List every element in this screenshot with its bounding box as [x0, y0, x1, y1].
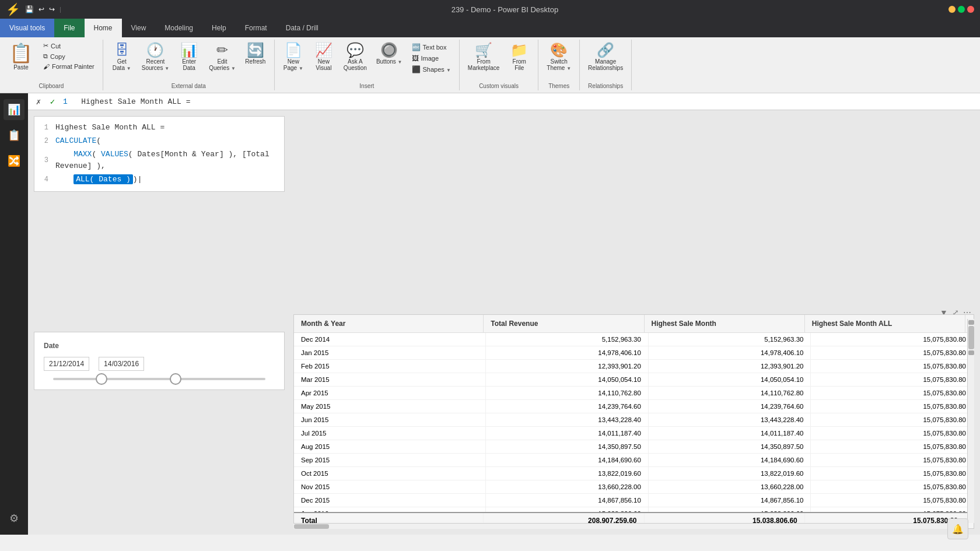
- dax-line-1: 1 Highest Sale Month ALL =: [34, 121, 284, 135]
- col-header-highest-sale-month-all: Highest Sale Month ALL: [805, 315, 965, 332]
- format-painter-icon: 🖌: [43, 63, 50, 70]
- tab-modeling[interactable]: Modeling: [155, 19, 202, 37]
- close-btn[interactable]: [967, 6, 974, 13]
- report-view-icon[interactable]: 📊: [4, 99, 24, 120]
- dax-line-3: 3 MAXX( VALUES( Dates[Month & Year] ), […: [34, 148, 284, 174]
- recent-sources-button[interactable]: 🕐 RecentSources ▼: [138, 41, 173, 73]
- data-view-icon[interactable]: 📋: [4, 125, 24, 146]
- from-marketplace-button[interactable]: 🛒 FromMarketplace: [464, 41, 503, 73]
- table-row: Jan 201615,038,806.6015,038,806.6015,075…: [294, 507, 974, 512]
- dax-line-4: 4 ALL( Dates ))|: [34, 173, 284, 187]
- date-from-input[interactable]: 21/12/2014: [44, 357, 89, 371]
- new-visual-button[interactable]: 📈 NewVisual: [310, 41, 338, 73]
- buttons-button[interactable]: 🔘 Buttons ▼: [373, 41, 406, 67]
- formula-confirm-btn[interactable]: ✓: [47, 96, 58, 107]
- slider-handle-left[interactable]: [96, 373, 107, 385]
- dax-line-2: 2 CALCULATE(: [34, 135, 284, 148]
- refresh-icon: 🔄: [247, 43, 264, 57]
- format-painter-button[interactable]: 🖌 Format Painter: [40, 62, 98, 71]
- image-button[interactable]: 🖼 Image: [408, 53, 454, 64]
- tab-format[interactable]: Format: [236, 19, 276, 37]
- relationships-content: 🔗 ManageRelationships: [584, 40, 626, 82]
- tab-home[interactable]: Home: [85, 19, 122, 37]
- tab-view[interactable]: View: [122, 19, 156, 37]
- table-cell: Apr 2015: [294, 387, 486, 399]
- table-row: Feb 201512,393,901.2012,393,901.2015,075…: [294, 360, 974, 373]
- table-cell: 15,038,806.60: [649, 507, 811, 512]
- edit-queries-button[interactable]: ✏ EditQueries ▼: [205, 41, 239, 73]
- themes-label: Themes: [543, 82, 575, 90]
- ask-question-button[interactable]: 💬 Ask AQuestion: [340, 41, 370, 73]
- powerbi-logo-icon: ⚡: [6, 2, 20, 16]
- date-slider-track: [53, 378, 265, 380]
- table-cell: 15,075,830.80: [811, 373, 974, 386]
- formula-cancel-btn[interactable]: ✗: [33, 96, 44, 107]
- shapes-icon: ⬛: [412, 65, 421, 73]
- table-cell: 14,011,187.40: [486, 427, 649, 440]
- cut-button[interactable]: ✂ Cut: [40, 41, 98, 51]
- table-row: Oct 201513,822,019.6013,822,019.6015,075…: [294, 467, 974, 480]
- enter-data-icon: 📊: [180, 43, 198, 57]
- date-to-input[interactable]: 14/03/2016: [99, 357, 144, 371]
- table-cell: 15,075,830.80: [811, 413, 974, 426]
- table-scrollbar[interactable]: [967, 319, 974, 523]
- table-row: May 201514,239,764.6014,239,764.6015,075…: [294, 400, 974, 413]
- new-page-button[interactable]: 📄 NewPage ▼: [279, 41, 307, 73]
- table-cell: Jan 2016: [294, 507, 486, 512]
- from-file-button[interactable]: 📁 FromFile: [505, 41, 533, 73]
- relationships-group: 🔗 ManageRelationships Relationships: [580, 40, 632, 90]
- table-cell: May 2015: [294, 400, 486, 413]
- tab-file[interactable]: File: [54, 19, 84, 37]
- paste-button[interactable]: 📋 Paste: [5, 41, 37, 72]
- table-body[interactable]: Dec 20145,152,963.305,152,963.3015,075,8…: [294, 333, 974, 512]
- custom-visuals-label: Custom visuals: [464, 82, 533, 90]
- save-btn[interactable]: 💾: [25, 5, 34, 13]
- table-cell: 14,978,406.10: [649, 346, 811, 359]
- text-box-icon: 🔤: [412, 43, 421, 51]
- col-header-highest-sale-month: Highest Sale Month: [645, 315, 805, 332]
- get-data-button[interactable]: 🗄 GetData ▼: [108, 41, 136, 73]
- tab-data-drill[interactable]: Data / Drill: [276, 19, 328, 37]
- table-cell: 15,075,830.80: [811, 507, 974, 512]
- copy-button[interactable]: ⧉ Copy: [40, 51, 98, 61]
- table-row: Dec 20145,152,963.305,152,963.3015,075,8…: [294, 333, 974, 346]
- maximize-btn[interactable]: [958, 6, 965, 13]
- table-row: Jan 201514,978,406.1014,978,406.1015,075…: [294, 346, 974, 360]
- table-cell: 15,075,830.80: [811, 480, 974, 493]
- table-cell: 15,038,806.60: [486, 507, 649, 512]
- table-row: Mar 201514,050,054.1014,050,054.1015,075…: [294, 373, 974, 387]
- table-cell: 15,075,830.80: [811, 360, 974, 373]
- enter-data-button[interactable]: 📊 EnterData: [175, 41, 203, 73]
- clipboard-label: Clipboard: [5, 82, 98, 90]
- table-cell: 5,152,963.30: [649, 333, 811, 346]
- table-hscrollbar[interactable]: [293, 523, 967, 529]
- ask-question-icon: 💬: [346, 43, 364, 57]
- table-row: Sep 201514,184,690.6014,184,690.6015,075…: [294, 454, 974, 467]
- get-data-icon: 🗄: [115, 43, 129, 57]
- table-cell: 13,660,228.00: [649, 480, 811, 493]
- text-box-button[interactable]: 🔤 Text box: [408, 42, 454, 52]
- tab-help[interactable]: Help: [202, 19, 236, 37]
- formula-content[interactable]: 1 Highest Sale Month ALL =: [63, 97, 975, 106]
- switch-theme-button[interactable]: 🎨 SwitchTheme ▼: [543, 41, 575, 73]
- shapes-button[interactable]: ⬛ Shapes ▼: [408, 64, 454, 75]
- undo-btn[interactable]: ↩: [38, 5, 44, 13]
- slicer-label: Date: [44, 342, 275, 350]
- tab-visual-tools[interactable]: Visual tools: [0, 19, 54, 37]
- settings-icon[interactable]: ⚙: [4, 508, 24, 529]
- table-cell: Nov 2015: [294, 480, 486, 493]
- redo-btn[interactable]: ↪: [49, 5, 55, 13]
- table-cell: 15,075,830.80: [811, 346, 974, 359]
- table-cell: 14,239,764.60: [486, 400, 649, 413]
- subscribe-icon[interactable]: 🔔: [947, 518, 968, 539]
- dax-editor[interactable]: 1 Highest Sale Month ALL = 2 CALCULATE( …: [34, 116, 285, 192]
- table-cell: Oct 2015: [294, 467, 486, 480]
- refresh-button[interactable]: 🔄 Refresh: [242, 41, 270, 67]
- manage-relationships-button[interactable]: 🔗 ManageRelationships: [584, 41, 626, 73]
- minimize-btn[interactable]: [949, 6, 956, 13]
- table-cell: 14,110,762.80: [649, 387, 811, 399]
- slider-handle-right[interactable]: [170, 373, 181, 385]
- model-view-icon[interactable]: 🔀: [4, 150, 24, 171]
- external-data-group: 🗄 GetData ▼ 🕐 RecentSources ▼ 📊 EnterDat…: [103, 40, 275, 90]
- main-area: 📊 📋 🔀 ⚙ ✗ ✓ 1 Highest Sale Month ALL = 1: [0, 93, 980, 535]
